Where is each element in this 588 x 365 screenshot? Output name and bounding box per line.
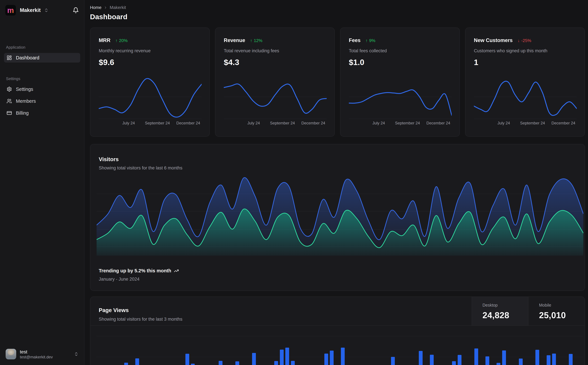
tab-value: 24,828: [483, 310, 528, 320]
user-name: test: [20, 349, 53, 355]
bar: [280, 350, 284, 365]
bar: [547, 355, 550, 365]
tab-label: Desktop: [483, 303, 528, 308]
dashboard-icon: [7, 55, 12, 60]
stat-value: 1: [474, 58, 576, 67]
bar: [519, 358, 523, 365]
stat-title: MRR: [99, 37, 111, 43]
stat-card-new-customers: New Customers ↓-25% Customers who signed…: [465, 28, 585, 137]
bar: [185, 354, 189, 365]
sidebar-item-members[interactable]: Members: [4, 96, 80, 106]
arrow-up-icon: ↑: [366, 38, 368, 43]
bar: [419, 351, 422, 365]
user-info: test test@makerkit.dev: [20, 349, 53, 359]
sidebar-item-label: Settings: [16, 86, 33, 92]
bar: [430, 355, 434, 365]
bar: [324, 354, 328, 365]
sidebar-section-settings: Settings Settings Members Billing: [4, 77, 80, 120]
breadcrumb-home-link[interactable]: Home: [90, 5, 101, 10]
bar: [191, 364, 195, 365]
stat-subtitle: Total fees collected: [349, 48, 451, 53]
stat-title: Fees: [349, 37, 360, 43]
bar: [502, 351, 506, 365]
workspace-selector[interactable]: m Makerkit: [4, 4, 80, 17]
bar: [535, 350, 539, 365]
new-customers-sparkline-chart: [474, 74, 577, 119]
bar: [458, 355, 462, 365]
x-axis-labels: July 24September 24December 24: [349, 121, 452, 126]
bar: [391, 357, 395, 365]
stats-row: MRR ↑20% Monthly recurring revenue $9.6 …: [90, 28, 586, 137]
bar: [219, 361, 222, 365]
stat-value: $1.0: [349, 58, 451, 67]
user-email: test@makerkit.dev: [20, 355, 53, 359]
bar: [474, 348, 478, 365]
trend-badge: ↑12%: [250, 38, 262, 43]
stat-subtitle: Total revenue including fees: [224, 48, 326, 53]
revenue-sparkline-chart: [224, 74, 327, 119]
arrow-up-icon: ↑: [250, 38, 252, 43]
bar: [285, 348, 289, 365]
sidebar: m Makerkit Application Dashboard Setting…: [0, 0, 84, 365]
visitors-area-chart: [97, 173, 583, 256]
page-views-title: Page Views: [99, 307, 129, 313]
makerkit-logo: m: [5, 5, 16, 15]
stat-value: $9.6: [99, 58, 201, 67]
visitors-title: Visitors: [99, 156, 119, 162]
tab-value: 25,010: [539, 310, 585, 320]
sidebar-item-billing[interactable]: Billing: [4, 108, 80, 118]
trend-badge: ↑20%: [115, 38, 128, 43]
stat-subtitle: Customers who signed up this month: [474, 48, 576, 53]
breadcrumb-current: Makerkit: [110, 5, 126, 10]
stat-value: $4.3: [224, 58, 326, 67]
page-views-series-tabs: Desktop 24,828 Mobile 25,010: [471, 297, 585, 325]
main-content: Home Makerkit Dashboard MRR ↑20% Monthly…: [84, 0, 588, 365]
x-axis-labels: July 24September 24December 24: [99, 121, 202, 126]
sidebar-section-application: Application Dashboard: [4, 45, 80, 65]
users-icon: [7, 98, 12, 104]
tab-desktop[interactable]: Desktop 24,828: [471, 297, 528, 325]
bar: [485, 356, 489, 365]
visitors-trend-note: Trending up by 5.2% this month: [99, 268, 179, 274]
user-menu[interactable]: test test@makerkit.dev: [4, 348, 80, 360]
sidebar-item-settings[interactable]: Settings: [4, 84, 80, 94]
bar: [252, 353, 256, 365]
chevrons-up-down-icon: [44, 8, 49, 13]
trend-badge: ↓-25%: [518, 38, 531, 43]
visitors-card: Visitors Showing total visitors for the …: [90, 144, 585, 291]
chevrons-up-down-icon: [74, 352, 79, 356]
bar: [552, 354, 556, 365]
app-root: m Makerkit Application Dashboard Setting…: [0, 0, 588, 365]
visitors-subtitle: Showing total visitors for the last 6 mo…: [99, 165, 182, 171]
section-label: Application: [4, 45, 80, 50]
bar: [569, 354, 573, 365]
mrr-sparkline-chart: [99, 74, 202, 119]
trend-badge: ↑9%: [366, 38, 375, 43]
page-views-subtitle: Showing total visitors for the last 3 mo…: [99, 317, 182, 322]
notifications-bell-icon[interactable]: [73, 7, 79, 14]
bar: [341, 348, 345, 365]
x-axis-labels: July 24September 24December 24: [474, 121, 577, 126]
bar: [235, 361, 239, 365]
x-axis-labels: July 24September 24December 24: [224, 121, 327, 126]
sidebar-item-dashboard[interactable]: Dashboard: [4, 53, 80, 63]
bar: [452, 361, 456, 365]
workspace-name: Makerkit: [20, 7, 41, 13]
trending-up-icon: [174, 268, 179, 273]
stat-card-fees: Fees ↑9% Total fees collected $1.0 July …: [340, 28, 460, 137]
gridline: [97, 357, 583, 357]
credit-card-icon: [7, 110, 12, 116]
tab-mobile[interactable]: Mobile 25,010: [528, 297, 585, 325]
stat-title: Revenue: [224, 37, 245, 43]
chevron-right-icon: [104, 6, 107, 9]
bar: [497, 363, 500, 365]
page-views-header: Page Views Showing total visitors for th…: [90, 297, 585, 326]
gear-icon: [7, 86, 12, 92]
breadcrumb: Home Makerkit: [90, 5, 586, 10]
visitors-date-range: January - June 2024: [99, 277, 139, 282]
page-views-card: Page Views Showing total visitors for th…: [90, 296, 585, 365]
arrow-down-icon: ↓: [518, 38, 520, 43]
bar: [274, 361, 278, 365]
fees-sparkline-chart: [349, 74, 452, 119]
page-views-bar-chart: [97, 330, 583, 365]
